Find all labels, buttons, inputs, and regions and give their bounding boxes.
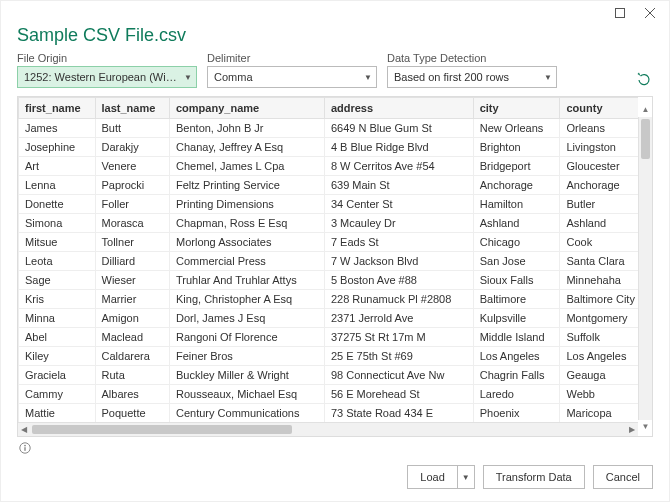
cell-company_name: Chapman, Ross E Esq bbox=[170, 214, 325, 233]
cell-last_name: Tollner bbox=[95, 233, 169, 252]
detection-dropdown[interactable]: Based on first 200 rows ▼ bbox=[387, 66, 557, 88]
cell-county: Gloucester bbox=[560, 157, 638, 176]
hint-row bbox=[1, 437, 669, 455]
column-header-first_name[interactable]: first_name bbox=[19, 98, 96, 119]
cell-company_name: King, Christopher A Esq bbox=[170, 290, 325, 309]
load-button-label: Load bbox=[420, 471, 444, 483]
file-origin-dropdown[interactable]: 1252: Western European (Windows) ▼ bbox=[17, 66, 197, 88]
close-button[interactable] bbox=[635, 2, 665, 24]
preview-table-wrap: first_namelast_namecompany_nameaddressci… bbox=[17, 96, 653, 437]
cell-address: 56 E Morehead St bbox=[324, 385, 473, 404]
cancel-button[interactable]: Cancel bbox=[593, 465, 653, 489]
cell-last_name: Marrier bbox=[95, 290, 169, 309]
cell-city: Sioux Falls bbox=[473, 271, 560, 290]
cell-county: Cook bbox=[560, 233, 638, 252]
footer: Load ▼ Transform Data Cancel bbox=[1, 455, 669, 501]
cell-city: Hamilton bbox=[473, 195, 560, 214]
transform-data-button[interactable]: Transform Data bbox=[483, 465, 585, 489]
maximize-button[interactable] bbox=[605, 2, 635, 24]
table-row[interactable]: JamesButtBenton, John B Jr6649 N Blue Gu… bbox=[19, 119, 639, 138]
cell-company_name: Printing Dimensions bbox=[170, 195, 325, 214]
delimiter-group: Delimiter Comma ▼ bbox=[207, 52, 377, 88]
cell-last_name: Albares bbox=[95, 385, 169, 404]
cell-last_name: Wieser bbox=[95, 271, 169, 290]
delimiter-dropdown[interactable]: Comma ▼ bbox=[207, 66, 377, 88]
cell-first_name: Graciela bbox=[19, 366, 96, 385]
cell-first_name: Cammy bbox=[19, 385, 96, 404]
column-header-last_name[interactable]: last_name bbox=[95, 98, 169, 119]
scroll-down-arrow-icon[interactable]: ▼ bbox=[639, 420, 652, 432]
file-origin-label: File Origin bbox=[17, 52, 197, 64]
cell-city: Chagrin Falls bbox=[473, 366, 560, 385]
chevron-down-icon: ▼ bbox=[544, 73, 552, 82]
cell-company_name: Chemel, James L Cpa bbox=[170, 157, 325, 176]
controls-row: File Origin 1252: Western European (Wind… bbox=[1, 52, 669, 96]
cell-city: Los Angeles bbox=[473, 347, 560, 366]
cell-address: 639 Main St bbox=[324, 176, 473, 195]
cancel-button-label: Cancel bbox=[606, 471, 640, 483]
cell-city: Kulpsville bbox=[473, 309, 560, 328]
table-row[interactable]: GracielaRutaBuckley Miller & Wright98 Co… bbox=[19, 366, 639, 385]
cell-last_name: Dilliard bbox=[95, 252, 169, 271]
cell-first_name: Josephine bbox=[19, 138, 96, 157]
table-row[interactable]: LeotaDilliardCommercial Press7 W Jackson… bbox=[19, 252, 639, 271]
cell-last_name: Darakjy bbox=[95, 138, 169, 157]
chevron-down-icon: ▼ bbox=[462, 473, 470, 482]
cell-county: Baltimore City bbox=[560, 290, 638, 309]
horizontal-scrollbar[interactable]: ◀ ▶ bbox=[18, 422, 638, 436]
cell-address: 4 B Blue Ridge Blvd bbox=[324, 138, 473, 157]
vertical-scrollbar[interactable]: ▲ ▼ bbox=[638, 117, 652, 420]
maximize-icon bbox=[615, 8, 625, 18]
cell-city: Anchorage bbox=[473, 176, 560, 195]
load-dropdown-button[interactable]: ▼ bbox=[457, 465, 475, 489]
table-row[interactable]: ArtVenereChemel, James L Cpa8 W Cerritos… bbox=[19, 157, 639, 176]
cell-company_name: Feiner Bros bbox=[170, 347, 325, 366]
cell-company_name: Buckley Miller & Wright bbox=[170, 366, 325, 385]
cell-last_name: Foller bbox=[95, 195, 169, 214]
horizontal-scroll-thumb[interactable] bbox=[32, 425, 292, 434]
cell-county: Los Angeles bbox=[560, 347, 638, 366]
table-row[interactable]: MitsueTollnerMorlong Associates7 Eads St… bbox=[19, 233, 639, 252]
cell-last_name: Caldarera bbox=[95, 347, 169, 366]
column-header-city[interactable]: city bbox=[473, 98, 560, 119]
cell-first_name: Mattie bbox=[19, 404, 96, 423]
cell-company_name: Commercial Press bbox=[170, 252, 325, 271]
scroll-up-arrow-icon[interactable]: ▲ bbox=[639, 103, 652, 115]
scroll-left-arrow-icon[interactable]: ◀ bbox=[18, 423, 30, 436]
column-header-county[interactable]: county bbox=[560, 98, 638, 119]
table-row[interactable]: DonetteFollerPrinting Dimensions34 Cente… bbox=[19, 195, 639, 214]
cell-first_name: Simona bbox=[19, 214, 96, 233]
table-scroll-area[interactable]: first_namelast_namecompany_nameaddressci… bbox=[18, 97, 638, 422]
table-row[interactable]: JosephineDarakjyChanay, Jeffrey A Esq4 B… bbox=[19, 138, 639, 157]
cell-company_name: Century Communications bbox=[170, 404, 325, 423]
table-row[interactable]: MinnaAmigonDorl, James J Esq2371 Jerrold… bbox=[19, 309, 639, 328]
cell-first_name: Kris bbox=[19, 290, 96, 309]
load-button[interactable]: Load bbox=[407, 465, 456, 489]
table-row[interactable]: MattiePoquetteCentury Communications73 S… bbox=[19, 404, 639, 423]
cell-address: 3 Mcauley Dr bbox=[324, 214, 473, 233]
table-row[interactable]: SimonaMorascaChapman, Ross E Esq3 Mcaule… bbox=[19, 214, 639, 233]
column-header-company_name[interactable]: company_name bbox=[170, 98, 325, 119]
table-row[interactable]: SageWieserTruhlar And Truhlar Attys5 Bos… bbox=[19, 271, 639, 290]
cell-last_name: Morasca bbox=[95, 214, 169, 233]
cell-address: 73 State Road 434 E bbox=[324, 404, 473, 423]
cell-company_name: Dorl, James J Esq bbox=[170, 309, 325, 328]
cell-county: Geauga bbox=[560, 366, 638, 385]
scroll-right-arrow-icon[interactable]: ▶ bbox=[626, 423, 638, 436]
table-row[interactable]: KileyCaldareraFeiner Bros25 E 75th St #6… bbox=[19, 347, 639, 366]
file-origin-group: File Origin 1252: Western European (Wind… bbox=[17, 52, 197, 88]
refresh-button[interactable] bbox=[635, 70, 653, 88]
table-row[interactable]: CammyAlbaresRousseaux, Michael Esq56 E M… bbox=[19, 385, 639, 404]
cell-first_name: Donette bbox=[19, 195, 96, 214]
table-row[interactable]: AbelMacleadRangoni Of Florence37275 St R… bbox=[19, 328, 639, 347]
column-header-address[interactable]: address bbox=[324, 98, 473, 119]
vertical-scroll-thumb[interactable] bbox=[641, 119, 650, 159]
svg-rect-5 bbox=[24, 447, 25, 451]
cell-last_name: Butt bbox=[95, 119, 169, 138]
cell-first_name: Kiley bbox=[19, 347, 96, 366]
table-row[interactable]: LennaPaprockiFeltz Printing Service639 M… bbox=[19, 176, 639, 195]
table-row[interactable]: KrisMarrierKing, Christopher A Esq228 Ru… bbox=[19, 290, 639, 309]
cell-address: 37275 St Rt 17m M bbox=[324, 328, 473, 347]
cell-address: 7 Eads St bbox=[324, 233, 473, 252]
load-split-button: Load ▼ bbox=[407, 465, 474, 489]
